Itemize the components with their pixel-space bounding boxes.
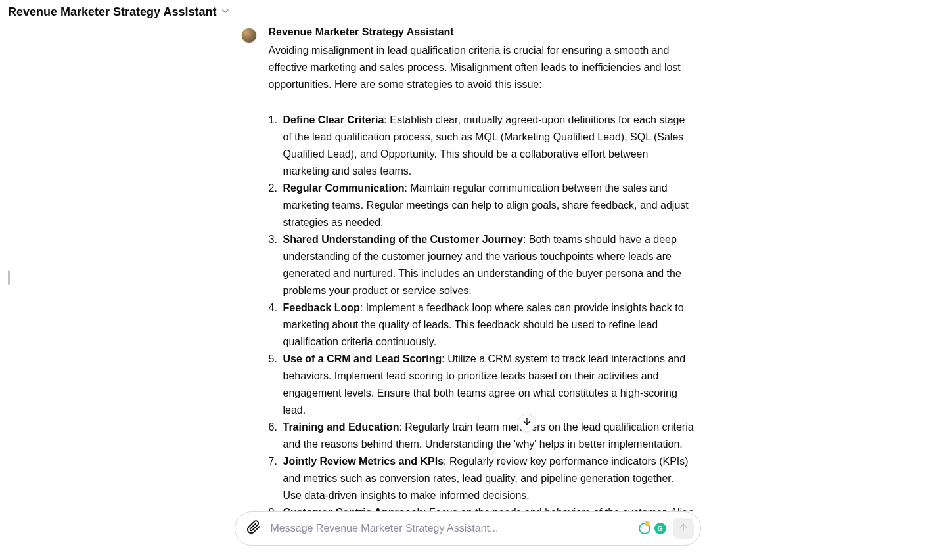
- list-item: Regular Communication: Maintain regular …: [283, 180, 695, 231]
- list-item: Feedback Loop: Implement a feedback loop…: [283, 299, 695, 351]
- list-item-title: Use of a CRM and Lead Scoring: [283, 353, 442, 364]
- list-item-title: Training and Education: [283, 421, 399, 433]
- message-input[interactable]: [263, 523, 639, 534]
- paperclip-icon: [246, 520, 261, 537]
- send-button[interactable]: [673, 518, 694, 539]
- list-item: Jointly Review Metrics and KPIs: Regular…: [283, 453, 695, 504]
- attach-button[interactable]: [244, 519, 263, 538]
- grammarly-icon[interactable]: G: [654, 523, 666, 534]
- message-intro: Avoiding misalignment in lead qualificat…: [269, 42, 695, 93]
- list-item-title: Shared Understanding of the Customer Jou…: [283, 234, 523, 245]
- scroll-to-bottom-button[interactable]: [518, 414, 536, 432]
- list-item-title: Define Clear Criteria: [283, 114, 384, 125]
- chevron-down-icon: [220, 6, 231, 19]
- list-item: Define Clear Criteria: Establish clear, …: [283, 112, 695, 180]
- list-item-title: Customer-Centric Approach: [283, 507, 424, 511]
- assistant-message: Revenue Marketer Strategy Assistant Avoi…: [241, 26, 695, 511]
- arrow-down-icon: [522, 416, 532, 429]
- list-item-title: Jointly Review Metrics and KPIs: [283, 456, 444, 467]
- grammarly-premium-icon[interactable]: [639, 523, 650, 534]
- model-selector[interactable]: Revenue Marketer Strategy Assistant: [8, 5, 231, 19]
- composer: G: [235, 511, 701, 546]
- numbered-list: Define Clear Criteria: Establish clear, …: [283, 112, 695, 511]
- assistant-avatar: [241, 28, 257, 43]
- list-item: Customer-Centric Approach: Focus on the …: [283, 504, 695, 511]
- list-item: Shared Understanding of the Customer Jou…: [283, 231, 695, 299]
- arrow-up-icon: [678, 522, 689, 535]
- conversation-scroll: Revenue Marketer Strategy Assistant Avoi…: [0, 26, 935, 511]
- composer-actions: G: [639, 518, 694, 539]
- list-item: Training and Education: Regularly train …: [283, 419, 695, 453]
- assistant-name-label: Revenue Marketer Strategy Assistant: [269, 26, 695, 38]
- list-item-title: Regular Communication: [283, 183, 405, 194]
- page-title: Revenue Marketer Strategy Assistant: [8, 5, 216, 19]
- list-item: Use of a CRM and Lead Scoring: Utilize a…: [283, 351, 695, 419]
- message-body: Revenue Marketer Strategy Assistant Avoi…: [269, 26, 695, 511]
- list-item-title: Feedback Loop: [283, 302, 360, 313]
